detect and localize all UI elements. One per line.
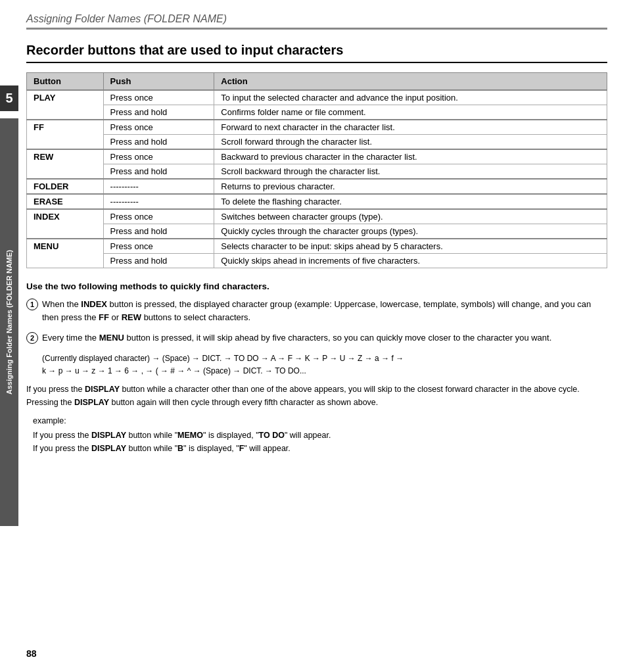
table-row: Press and hold Quickly cycles through th… [27,224,607,239]
num-circle-1: 1 [26,299,38,310]
table-row: Press and hold Confirms folder name or f… [27,105,607,120]
btn-rew: REW [27,149,104,179]
btn-play: PLAY [27,90,104,120]
table-row: MENU Press once Selects character to be … [27,239,607,254]
page-number: 88 [26,648,37,659]
btn-folder: FOLDER [27,179,104,194]
body-section: Use the two following methods to quickly… [26,281,607,455]
btn-ff: FF [27,120,104,149]
action-cell: Quickly skips ahead in increments of fiv… [214,254,607,268]
push-cell: Press and hold [103,164,214,180]
push-cell: ---------- [103,194,214,209]
action-cell: Forward to next character in the charact… [214,120,607,135]
btn-index: INDEX [27,209,104,239]
push-cell: Press and hold [103,135,214,150]
btn-erase: ERASE [27,194,104,209]
example-2: If you press the DISPLAY button while "B… [33,442,607,455]
table-row: Press and hold Scroll backward through t… [27,164,607,180]
action-cell: To delete the flashing character. [214,194,607,209]
col-action: Action [214,73,607,91]
push-cell: Press once [103,209,214,224]
table-row: PLAY Press once To input the selected ch… [27,90,607,105]
table-row: Press and hold Scroll forward through th… [27,135,607,150]
table-row: INDEX Press once Switches between charac… [27,209,607,224]
push-cell: ---------- [103,179,214,194]
action-cell: Selects character to be input: skips ahe… [214,239,607,254]
action-cell: Scroll backward through the character li… [214,164,607,180]
example-label: example: [33,414,607,427]
section-title: Recorder buttons that are used to input … [26,43,607,63]
action-cell: Backward to previous character in the ch… [214,149,607,164]
action-cell: Switches between character groups (type)… [214,209,607,224]
num-circle-2: 2 [26,332,38,344]
action-cell: Returns to previous character. [214,179,607,194]
action-cell: To input the selected character and adva… [214,90,607,105]
table-row: FF Press once Forward to next character … [27,120,607,135]
chapter-number: 5 [0,85,18,111]
action-cell: Confirms folder name or file comment. [214,105,607,120]
sidebar-label: Assigning Folder Names (FOLDER NAME) [0,118,18,526]
table-row: ERASE ---------- To delete the flashing … [27,194,607,209]
table-row: Press and hold Quickly skips ahead in in… [27,254,607,268]
push-cell: Press once [103,120,214,135]
button-table: Button Push Action PLAY Press once To in… [26,72,607,268]
col-push: Push [103,73,214,91]
body-intro: Use the two following methods to quickly… [26,281,607,291]
push-cell: Press once [103,90,214,105]
display-note-1: If you press the DISPLAY button while a … [26,383,607,409]
example-block: example: If you press the DISPLAY button… [33,414,607,455]
table-row: REW Press once Backward to previous char… [27,149,607,164]
push-cell: Press once [103,239,214,254]
item-text-1: When the INDEX button is pressed, the di… [42,298,607,324]
action-cell: Quickly cycles through the character gro… [214,224,607,239]
btn-menu: MENU [27,239,104,268]
item-text-2: Every time the MENU button is pressed, i… [42,331,551,345]
table-row: FOLDER ---------- Returns to previous ch… [27,179,607,194]
numbered-item-1: 1 When the INDEX button is pressed, the … [26,298,607,324]
push-cell: Press and hold [103,254,214,268]
page-header: Assigning Folder Names (FOLDER NAME) [26,13,607,30]
numbered-item-2: 2 Every time the MENU button is pressed,… [26,331,607,345]
push-cell: Press and hold [103,105,214,120]
action-cell: Scroll forward through the character lis… [214,135,607,150]
col-button: Button [27,73,104,91]
push-cell: Press once [103,149,214,164]
example-1: If you press the DISPLAY button while "M… [33,429,607,442]
push-cell: Press and hold [103,224,214,239]
cycle-text: (Currently displayed character) → (Space… [42,352,607,377]
